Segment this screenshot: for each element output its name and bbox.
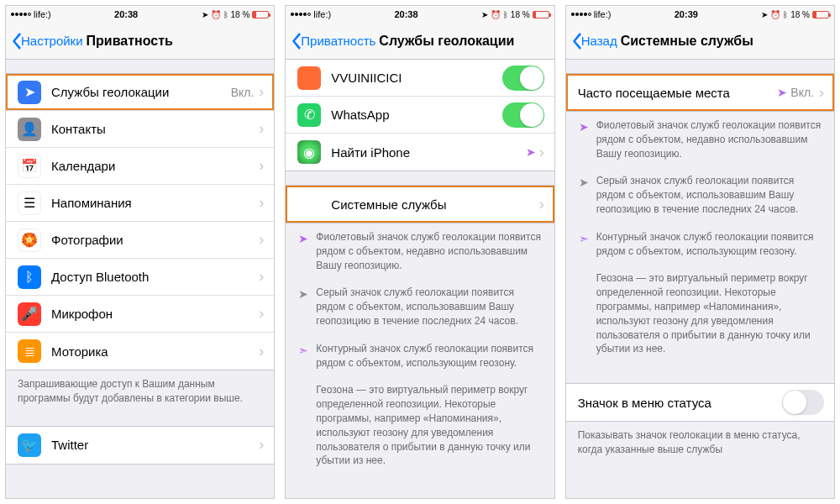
- alarm-icon: ⏰: [211, 10, 221, 19]
- chevron-left-icon: [11, 33, 21, 50]
- info-geofence: Геозона — это виртуальный периметр вокру…: [566, 265, 834, 363]
- row-label: Фотографии: [51, 233, 259, 247]
- info-gray: ➤ Серый значок служб геолокации появится…: [566, 167, 834, 223]
- battery-icon: [252, 11, 269, 18]
- row-label: Часто посещаемые места: [578, 86, 774, 100]
- row-label: Моторика: [51, 344, 259, 359]
- page-title: Системные службы: [621, 34, 753, 49]
- info-text: Контурный значок служб геолокации появит…: [316, 342, 542, 370]
- microphone-icon: 🎤: [18, 302, 41, 326]
- back-label: Настройки: [21, 34, 83, 48]
- row-twitter[interactable]: 🐦 Twitter ›: [6, 427, 274, 464]
- row-label: Twitter: [51, 438, 259, 452]
- row-label: Напоминания: [51, 196, 259, 210]
- location-active-icon: ➤: [777, 86, 787, 99]
- chevron-right-icon: ›: [259, 194, 264, 212]
- row-label: Календари: [51, 159, 259, 173]
- row-label: Контакты: [51, 122, 259, 136]
- info-text: Фиолетовый значок служб геолокации появи…: [316, 230, 542, 272]
- page-title: Службы геолокации: [379, 34, 514, 49]
- nav-bar: Назад Системные службы: [566, 23, 834, 60]
- info-geofence: Геозона — это виртуальный периметр вокру…: [286, 376, 554, 475]
- battery-percent-label: 18 %: [790, 10, 810, 19]
- row-value: Вкл.: [790, 86, 814, 99]
- location-arrow-gray-icon: ➤: [297, 286, 309, 328]
- info-purple: ➤ Фиолетовый значок служб геолокации поя…: [286, 223, 554, 279]
- contacts-icon: 👤: [18, 118, 41, 141]
- phone-screen-2: life:) 20:38 ➤ ⏰ ᛒ 18 % Приватность Служ…: [285, 5, 554, 499]
- nav-bar: Приватность Службы геолокации: [286, 23, 554, 60]
- info-purple: ➤ Фиолетовый значок служб геолокации поя…: [566, 112, 834, 167]
- back-label: Приватность: [301, 34, 375, 48]
- row-microphone[interactable]: 🎤 Микрофон ›: [6, 296, 274, 333]
- row-contacts[interactable]: 👤 Контакты ›: [6, 111, 274, 148]
- location-indicator-icon: ➤: [202, 10, 208, 19]
- back-label: Назад: [581, 34, 617, 48]
- chevron-right-icon: ›: [819, 84, 824, 102]
- info-text: Геозона — это виртуальный периметр вокру…: [316, 383, 542, 468]
- chevron-left-icon: [571, 33, 581, 50]
- row-system-services[interactable]: Системные службы ›: [286, 186, 554, 223]
- info-outline: ➣ Контурный значок служб геолокации появ…: [286, 335, 554, 377]
- info-text: Серый значок служб геолокации появится р…: [316, 286, 542, 328]
- toggle-switch[interactable]: [502, 102, 544, 128]
- row-location-services[interactable]: ➤ Службы геолокации Вкл. ›: [6, 74, 274, 111]
- battery-icon: [533, 11, 549, 18]
- status-bar: life:) 20:39 ➤ ⏰ ᛒ 18 %: [566, 6, 834, 23]
- row-label: Микрофон: [51, 307, 259, 321]
- walkmeter-icon: [297, 66, 321, 90]
- location-arrow-purple-icon: ➤: [297, 231, 309, 272]
- row-label: Значок в меню статуса: [578, 396, 782, 410]
- back-button[interactable]: Назад: [571, 33, 617, 50]
- signal-dots-icon: [571, 13, 591, 16]
- phone-screen-1: life:) 20:38 ➤ ⏰ ᛒ 18 % Настройки Приват…: [5, 5, 275, 499]
- location-arrow-outline-icon: ➣: [578, 231, 590, 259]
- bluetooth-icon: ᛒ: [503, 10, 508, 19]
- info-gray: ➤ Серый значок служб геолокации появится…: [286, 279, 554, 334]
- clock-label: 20:38: [51, 9, 202, 19]
- reminders-icon: ☰: [18, 192, 41, 215]
- row-label: Доступ Bluetooth: [51, 270, 259, 284]
- chevron-right-icon: ›: [259, 343, 264, 360]
- location-active-icon: ➤: [526, 145, 536, 159]
- row-frequent-locations[interactable]: Часто посещаемые места ➤ Вкл. ›: [566, 74, 834, 111]
- footer-text: Показывать значок геолокации в меню стат…: [566, 422, 834, 464]
- toggle-switch[interactable]: [502, 66, 544, 91]
- row-value: Вкл.: [231, 86, 255, 99]
- back-button[interactable]: Приватность: [291, 33, 375, 50]
- row-photos[interactable]: 🏵️ Фотографии ›: [6, 222, 274, 259]
- spacer-icon: [297, 384, 309, 468]
- row-calendars[interactable]: 📅 Календари ›: [6, 148, 274, 185]
- carrier-label: life:): [313, 9, 331, 19]
- row-app-walkmeter[interactable]: VVUINIICICI: [286, 60, 554, 97]
- twitter-icon: 🐦: [18, 433, 41, 457]
- chevron-right-icon: ›: [259, 231, 264, 249]
- row-motion[interactable]: ≣ Моторика ›: [6, 333, 274, 370]
- battery-percent-label: 18 %: [231, 10, 250, 19]
- photos-icon: 🏵️: [18, 228, 41, 252]
- location-arrow-outline-icon: ➣: [297, 343, 309, 370]
- row-status-bar-icon[interactable]: Значок в меню статуса: [566, 384, 834, 421]
- row-label: Системные службы: [297, 197, 538, 212]
- toggle-switch[interactable]: [782, 390, 824, 415]
- chevron-right-icon: ›: [539, 144, 544, 161]
- find-iphone-icon: ◉: [297, 140, 321, 164]
- status-bar: life:) 20:38 ➤ ⏰ ᛒ 18 %: [6, 6, 274, 23]
- location-icon: ➤: [18, 81, 41, 104]
- footer-text: Запрашивающие доступ к Вашим данным прог…: [6, 370, 274, 412]
- chevron-right-icon: ›: [259, 83, 264, 101]
- chevron-right-icon: ›: [259, 157, 264, 175]
- spacer-icon: [578, 272, 590, 356]
- chevron-right-icon: ›: [539, 196, 544, 213]
- nav-bar: Настройки Приватность: [6, 23, 274, 60]
- chevron-right-icon: ›: [259, 120, 264, 138]
- chevron-left-icon: [291, 33, 301, 50]
- row-app-find-iphone[interactable]: ◉ Найти iPhone ➤ ›: [286, 134, 554, 171]
- back-button[interactable]: Настройки: [11, 33, 83, 50]
- row-reminders[interactable]: ☰ Напоминания ›: [6, 185, 274, 222]
- row-bluetooth[interactable]: ᛒ Доступ Bluetooth ›: [6, 259, 274, 296]
- row-app-whatsapp[interactable]: ✆ WhatsApp: [286, 97, 554, 134]
- chevron-right-icon: ›: [259, 436, 264, 454]
- calendar-icon: 📅: [18, 155, 41, 178]
- carrier-label: life:): [34, 9, 51, 19]
